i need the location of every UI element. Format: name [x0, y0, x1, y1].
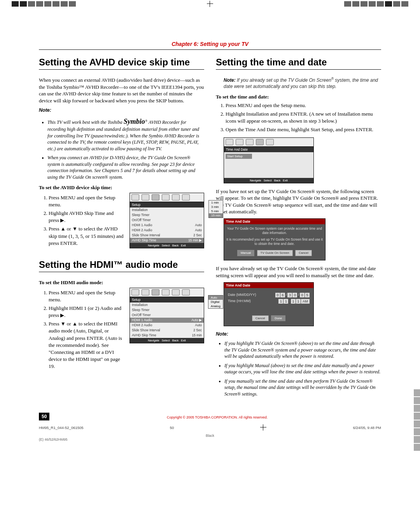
lock-icon	[172, 194, 180, 200]
procedure-head-timedate: To set the time and date:	[216, 93, 381, 100]
page-number: 50	[39, 413, 49, 420]
header-rule	[39, 49, 381, 50]
td-step-2: Highlight Installation and press ENTER. …	[226, 111, 381, 125]
td-step-1: Press MENU and open the Setup menu.	[226, 102, 381, 109]
section-title-avhd: Setting the AVHD device skip time	[39, 57, 204, 68]
wrench-icon	[152, 194, 159, 200]
td-para-1: If you have not set up the TV Guide On S…	[216, 188, 381, 215]
setup-title: Setup	[130, 202, 204, 207]
note-label: Note:	[39, 107, 204, 114]
left-column: Setting the AVHD device skip time When y…	[39, 57, 204, 401]
tvguide-button: TV Guide On Screen	[257, 250, 293, 256]
right-column: Setting the time and date Note: If you a…	[216, 57, 381, 401]
side-registration-markers	[414, 389, 420, 451]
note-bullet-2: When you connect an AVHD (or D-VHS) devi…	[47, 155, 204, 180]
hdmi-audio-popup: Auto Digital Analog	[208, 295, 223, 309]
footer-timestamp: 6/24/05, 9:48 PM	[353, 426, 381, 430]
menu-footer-hints: Navigate Select Back Exit	[130, 243, 204, 248]
footer-doc-id: HM95_R1_044-52_061505	[39, 426, 84, 430]
setup-menu-panel-hdmi: Setup Installation Sleep Timer On/Off Ti…	[130, 288, 204, 343]
registration-target-icon	[260, 424, 266, 431]
procedure-head-avhd: To set the AVHD device skip time:	[39, 184, 204, 191]
date-label: Date (MM/DD/YY)	[228, 293, 256, 297]
antenna-icon	[226, 139, 233, 145]
clock-icon	[256, 139, 264, 145]
avhd-step-2: Highlight AVHD Skip Time and press ▶.	[49, 210, 124, 224]
cancel-button: Cancel	[295, 250, 312, 256]
time-value: 1 1 : 1 1 AM	[278, 299, 310, 304]
avhd-step-1: Press MENU and open the Setup menu.	[49, 194, 124, 208]
section-title-timedate: Setting the time and date	[216, 57, 381, 68]
td-para-2: If you have already set up the TV Guide …	[216, 265, 381, 279]
time-date-panel-tvguide: Time And Date Your TV Guide On Screen sy…	[224, 218, 326, 261]
section-title-hdmi: Setting the HDMI™ audio mode	[39, 259, 204, 270]
done-button: Done	[271, 315, 285, 321]
chapter-header: Chapter 6: Setting up your TV	[39, 41, 381, 47]
time-date-panel-start: Time And Date Start Setup Navigate Selec…	[224, 137, 314, 183]
bottom-note-1: If you highlight TV Guide On Screen® (ab…	[224, 340, 381, 359]
hdmi-step-2: Highlight HDMI 1 (or 2) Audio and press …	[49, 305, 124, 319]
hdmi-step-1: Press MENU and open the Setup menu.	[49, 289, 124, 303]
avhd-intro: When you connect an external AVHD (audio…	[39, 77, 204, 104]
bottom-note-label: Note:	[216, 331, 381, 338]
registration-target-icon	[207, 1, 213, 7]
avhd-skip-popup: 1 min 3 min 5 min 15 min	[208, 200, 223, 218]
top-note: Note: If you already set up the TV Guide…	[216, 77, 381, 90]
bottom-note-3: If you manually set the time and date an…	[224, 378, 381, 397]
lock-icon	[172, 289, 180, 295]
setup-menu-panel-avhd: Setup Installation Sleep Timer On/Off Ti…	[130, 193, 204, 248]
page-footer: 50 Copyright © 2005 TOSHIBA CORPORATION.…	[39, 413, 381, 441]
note-bullet-1: This TV will work best with the Toshiba …	[47, 117, 204, 152]
footer-page-num: 50	[170, 426, 174, 430]
hdmi-step-3: Press ▼ or ▲ to select the HDMI audio mo…	[49, 320, 124, 370]
copyright: Copyright © 2005 TOSHIBA CORPORATION. Al…	[53, 415, 381, 419]
cancel-button: Cancel	[252, 315, 269, 321]
bottom-note-2: If you highlight Manual (above) to set t…	[224, 362, 381, 375]
avhd-step-3: Press ▲ or ▼ to select the AVHD skip tim…	[49, 225, 124, 247]
date-value: 0 6 / 3 0 / 0 5	[275, 293, 310, 297]
td-step-3: Open the Time And Date menu, highlight S…	[226, 126, 381, 133]
footer-color: Black	[39, 434, 381, 438]
time-date-panel-manual: Time And Date Date (MM/DD/YY) 0 6 / 3 0 …	[224, 282, 314, 326]
print-registration-top	[0, 0, 420, 8]
manual-button: Manual	[237, 250, 254, 256]
wrench-icon	[152, 289, 159, 295]
footer-model: (E) 46/52/62HM95	[39, 438, 381, 441]
procedure-head-hdmi: To set the HDMI audio mode:	[39, 279, 204, 286]
time-label: Time (HH:MM)	[228, 299, 251, 304]
